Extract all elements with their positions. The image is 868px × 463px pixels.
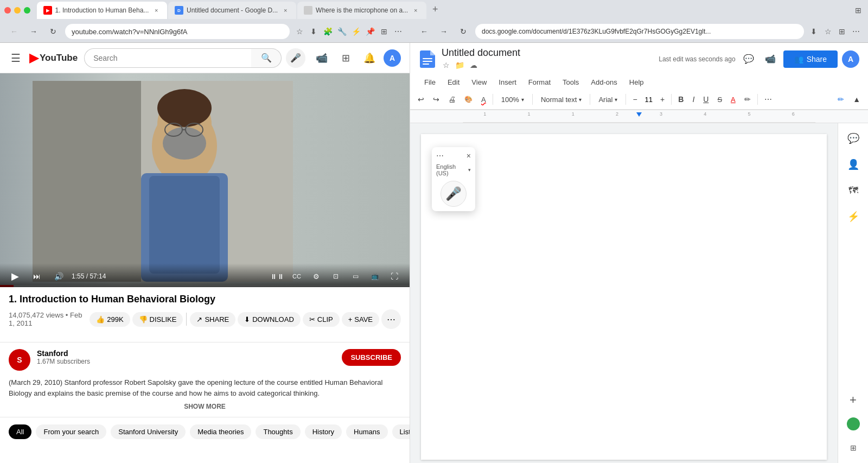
docs-title[interactable]: Untitled document [442, 47, 653, 59]
youtube-search-input[interactable] [84, 48, 251, 68]
docs-menu-addons[interactable]: Add-ons [585, 76, 622, 88]
voice-popup-close[interactable]: × [467, 151, 471, 160]
youtube-mic-button[interactable]: 🎤 [286, 48, 305, 68]
sidebar-plus-icon[interactable]: + [843, 389, 864, 411]
fullscreen-btn[interactable]: ⛶ [386, 268, 403, 285]
sidebar-chat-icon[interactable]: 💬 [843, 128, 864, 149]
refresh-button-gd[interactable]: ↻ [456, 24, 471, 39]
docs-menu-view[interactable]: View [466, 76, 492, 88]
download-icon-yt[interactable]: ⬇ [308, 26, 319, 37]
extension-icon-5[interactable]: ⊞ [379, 26, 390, 37]
youtube-notification-icon[interactable]: 🔔 [360, 48, 379, 68]
sidebar-map-icon[interactable]: 🗺 [843, 180, 864, 201]
docs-menu-file[interactable]: File [419, 76, 441, 88]
settings-btn[interactable]: ⚙ [308, 268, 325, 285]
toolbar-style-select[interactable]: Normal text ▾ [536, 92, 586, 107]
docs-star-icon[interactable]: ☆ [442, 60, 451, 71]
tag-history[interactable]: History [305, 424, 342, 439]
tag-thoughts[interactable]: Thoughts [256, 424, 300, 439]
extension-icon-2[interactable]: 🔧 [336, 26, 347, 37]
docs-meet-icon[interactable]: 📹 [762, 50, 779, 68]
window-max-btn[interactable] [24, 7, 30, 14]
cast-btn[interactable]: 📺 [366, 268, 384, 285]
youtube-user-avatar[interactable]: A [384, 49, 401, 67]
tag-all[interactable]: All [9, 424, 31, 439]
toolbar-underline[interactable]: U [700, 92, 712, 107]
tab-close-other[interactable]: × [411, 6, 420, 15]
bookmark-icon[interactable]: ☆ [294, 26, 305, 37]
channel-avatar[interactable]: S [9, 349, 30, 371]
video-container[interactable]: ▶ ⏭ 🔊 1:55 / 57:14 ⏸⏸ CC ⚙ ⊡ ▭ 📺 ⛶ [0, 73, 410, 287]
docs-menu-format[interactable]: Format [523, 76, 556, 88]
forward-button-yt[interactable]: → [26, 24, 41, 39]
toolbar-strikethrough[interactable]: S [714, 92, 725, 107]
clip-button[interactable]: ✂ CLIP [303, 312, 340, 327]
forward-button-gd[interactable]: → [436, 24, 451, 39]
save-button[interactable]: + SAVE [342, 312, 379, 327]
url-bar-yt[interactable]: youtube.com/watch?v=NNnlGh9g6fA [65, 24, 290, 39]
youtube-menu-button[interactable]: ☰ [9, 49, 23, 67]
share-button[interactable]: ↗ SHARE [190, 312, 235, 327]
sidebar-bottom-icon[interactable]: ⊞ [843, 437, 864, 459]
window-close-btn[interactable] [4, 7, 11, 14]
toolbar-font-size-minus[interactable]: − [629, 92, 640, 107]
download-button[interactable]: ⬇ DOWNLOAD [238, 312, 301, 327]
gd-ext-3[interactable]: ⊞ [837, 26, 847, 37]
toolbar-zoom-select[interactable]: 100% ▾ [496, 92, 529, 107]
gd-ext-2[interactable]: ☆ [822, 26, 833, 37]
tab-gdoc[interactable]: D Untitled document - Google D... × [168, 2, 296, 19]
docs-menu-edit[interactable]: Edit [442, 76, 465, 88]
toolbar-more[interactable]: ⋯ [761, 92, 775, 107]
extension-icon-1[interactable]: 🧩 [322, 26, 333, 37]
docs-menu-insert[interactable]: Insert [493, 76, 522, 88]
tag-media[interactable]: Media theories [190, 424, 251, 439]
docs-menu-help[interactable]: Help [624, 76, 649, 88]
back-button-gd[interactable]: ← [417, 24, 432, 39]
tag-from-search[interactable]: From your search [36, 424, 106, 439]
url-bar-gd[interactable]: docs.google.com/document/d/1E376z3KLuG9f… [475, 24, 804, 39]
more-actions-button[interactable]: ⋯ [381, 309, 401, 329]
tab-close-gdoc[interactable]: × [281, 6, 290, 15]
tag-humans[interactable]: Humans [346, 424, 387, 439]
tab-youtube[interactable]: ▶ 1. Introduction to Human Beha... × [37, 2, 167, 19]
browser-profile-icon[interactable]: ⊞ [853, 5, 864, 16]
docs-folder-icon[interactable]: 📁 [454, 60, 465, 71]
cc-btn[interactable]: CC [288, 268, 305, 285]
docs-share-button[interactable]: 👥 Share [783, 50, 838, 68]
youtube-apps-icon[interactable]: ⊞ [336, 48, 355, 68]
toolbar-font-size-plus[interactable]: + [657, 92, 668, 107]
theater-btn[interactable]: ▭ [347, 268, 364, 285]
play-button[interactable]: ▶ [7, 268, 24, 285]
gd-ext-1[interactable]: ⬇ [808, 26, 819, 37]
refresh-button-yt[interactable]: ↻ [46, 24, 61, 39]
new-tab-button[interactable]: + [427, 2, 443, 17]
dislike-button[interactable]: 👎 DISLIKE [132, 312, 183, 327]
like-button[interactable]: 👍 299K [90, 312, 130, 327]
toolbar-spell-check[interactable]: A [478, 92, 489, 107]
docs-main[interactable]: ⋯ × English (US) ▾ 🎤 | [410, 123, 838, 463]
toolbar-italic[interactable]: I [689, 92, 698, 107]
youtube-search-button[interactable]: 🔍 [251, 48, 282, 68]
toolbar-font-select[interactable]: Arial ▾ [593, 92, 622, 107]
extension-icon-3[interactable]: ⚡ [350, 26, 361, 37]
video-frame[interactable]: ▶ ⏭ 🔊 1:55 / 57:14 ⏸⏸ CC ⚙ ⊡ ▭ 📺 ⛶ [0, 73, 410, 287]
toolbar-paint-format[interactable]: 🎨 [461, 92, 476, 107]
show-more-button[interactable]: SHOW MORE [0, 403, 410, 417]
toolbar-undo[interactable]: ↩ [414, 92, 427, 107]
tab-close-youtube[interactable]: × [152, 6, 161, 15]
toolbar-highlight[interactable]: ✏ [741, 92, 754, 107]
docs-user-avatar[interactable]: A [842, 50, 859, 68]
tag-listenable[interactable]: Listenable [392, 424, 410, 439]
gd-ext-4[interactable]: ⋯ [851, 26, 861, 37]
subscribe-button[interactable]: SUBSCRIBE [342, 349, 401, 366]
window-min-btn[interactable] [14, 7, 21, 14]
extension-icon-6[interactable]: ⋯ [393, 26, 404, 37]
extension-icon-4[interactable]: 📌 [365, 26, 375, 37]
voice-lang-dropdown[interactable]: ▾ [468, 167, 471, 173]
toolbar-text-color[interactable]: A [727, 92, 739, 107]
toolbar-expand[interactable]: ▲ [850, 92, 864, 107]
sidebar-bolt-icon[interactable]: ⚡ [843, 206, 864, 227]
youtube-video-upload-icon[interactable]: 📹 [312, 48, 331, 68]
toolbar-redo[interactable]: ↪ [430, 92, 443, 107]
sidebar-person-icon[interactable]: 👤 [843, 154, 864, 175]
